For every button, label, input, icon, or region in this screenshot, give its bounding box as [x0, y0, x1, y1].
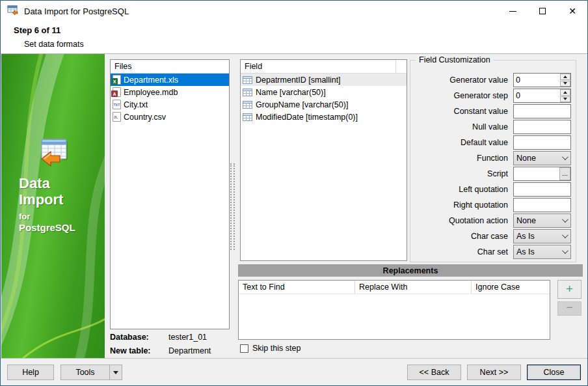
field-icon	[243, 89, 252, 96]
next-button[interactable]: Next >>	[467, 365, 521, 380]
field-panel: Field DepatrmentID [smallint] Name [varc…	[240, 59, 407, 261]
app-icon	[7, 5, 19, 18]
default-value-input[interactable]	[513, 135, 571, 150]
field-icon	[243, 76, 252, 84]
char-set-dropdown[interactable]: As Is	[513, 245, 571, 259]
footer-bar: Help Tools << Back Next >> Close	[1, 358, 587, 385]
field-label: GroupName [varchar(50)]	[256, 100, 348, 109]
replacements-table[interactable]: Text to Find Replace With Ignore Case	[238, 280, 550, 340]
access-file-icon: A	[113, 87, 121, 97]
maximize-icon	[539, 8, 546, 14]
function-label: Function	[410, 154, 508, 163]
null-value-input[interactable]	[513, 120, 571, 134]
char-case-value: As Is	[516, 232, 535, 241]
left-quotation-label: Left quotation	[410, 185, 508, 194]
brand-line-1: Data	[19, 175, 75, 191]
file-name: Employee.mdb	[124, 88, 178, 97]
file-item-country-csv[interactable]: a, Country.csv	[111, 111, 229, 123]
quotation-action-label: Quotation action	[410, 216, 508, 225]
char-set-label: Char set	[410, 247, 508, 256]
new-table-label: New table:	[110, 346, 168, 355]
column-ignore-case[interactable]: Ignore Case	[472, 281, 550, 294]
step-header: Step 6 of 11 Set data formats	[1, 21, 587, 54]
generator-value-label: Generator value	[410, 76, 508, 85]
close-button[interactable]: ✕	[557, 1, 587, 21]
constant-value-label: Constant value	[410, 107, 508, 116]
char-case-dropdown[interactable]: As Is	[513, 229, 571, 243]
file-name: City.txt	[124, 100, 148, 109]
database-value: tester1_01	[168, 333, 207, 342]
maximize-button[interactable]	[528, 1, 557, 21]
default-value-label: Default value	[410, 138, 508, 147]
script-label: Script	[410, 169, 508, 178]
triangle-down-icon	[113, 371, 118, 374]
field-label: Name [varchar(50)]	[256, 88, 326, 97]
script-browse-button[interactable]: ...	[559, 167, 570, 180]
field-item-name[interactable]: Name [varchar(50)]	[241, 86, 407, 98]
skip-step-checkbox[interactable]	[240, 344, 248, 353]
window-title: Data Import for PostgreSQL	[24, 7, 129, 16]
wizard-window: Data Import for PostgreSQL ✕ Step 6 of 1…	[0, 0, 588, 386]
excel-file-icon: X	[113, 75, 121, 85]
file-item-department-xls[interactable]: X Department.xls	[111, 74, 229, 86]
file-name: Country.csv	[124, 113, 166, 122]
csv-file-icon: a,	[113, 112, 121, 122]
field-label: ModifiedDate [timestamp(0)]	[256, 113, 358, 122]
minimize-button[interactable]	[498, 1, 528, 21]
file-item-employee-mdb[interactable]: A Employee.mdb	[111, 86, 229, 98]
spin-down-icon[interactable]	[560, 96, 570, 103]
left-quotation-input[interactable]	[513, 182, 571, 197]
skip-step-label: Skip this step	[252, 344, 301, 353]
text-file-icon: TXT	[113, 100, 121, 109]
file-item-city-txt[interactable]: TXT City.txt	[111, 98, 229, 111]
null-value-label: Null value	[410, 122, 508, 131]
brand-line-4: PostgreSQL	[19, 222, 75, 233]
brand-line-3: for	[19, 212, 75, 222]
title-bar: Data Import for PostgreSQL ✕	[1, 1, 587, 21]
generator-step-label: Generator step	[410, 91, 508, 100]
back-button[interactable]: << Back	[407, 365, 461, 380]
spin-up-icon[interactable]	[560, 89, 570, 96]
panel-splitter[interactable]	[230, 163, 235, 250]
constant-value-input[interactable]	[513, 104, 571, 118]
field-label: DepatrmentID [smallint]	[256, 76, 341, 85]
file-name: Department.xls	[124, 76, 178, 85]
skip-step-row: Skip this step	[240, 344, 301, 353]
field-customization-group: Field Customization Generator value Gene…	[410, 60, 576, 262]
close-wizard-button[interactable]: Close	[527, 365, 581, 380]
field-column-header[interactable]: Field	[241, 60, 407, 74]
close-icon: ✕	[568, 7, 576, 16]
new-table-value: Department	[168, 346, 211, 355]
database-label: Database:	[110, 333, 168, 342]
spin-down-icon[interactable]	[560, 81, 570, 87]
add-replacement-button[interactable]: +	[557, 280, 581, 299]
field-item-groupname[interactable]: GroupName [varchar(50)]	[241, 98, 407, 111]
replacements-title: Replacements	[383, 266, 438, 275]
tools-button[interactable]: Tools	[60, 365, 122, 380]
brand-line-2: Import	[19, 191, 75, 208]
files-header: Files	[111, 60, 229, 74]
field-icon	[243, 101, 252, 109]
remove-replacement-button[interactable]: −	[557, 301, 581, 316]
quotation-action-dropdown[interactable]: None	[513, 214, 571, 228]
char-case-label: Char case	[410, 232, 508, 241]
tools-label: Tools	[61, 365, 109, 379]
spin-up-icon[interactable]	[560, 74, 570, 80]
function-dropdown[interactable]: None	[513, 151, 571, 165]
right-quotation-label: Right quotation	[410, 200, 508, 210]
sidebar-banner: Data Import for PostgreSQL	[1, 54, 105, 359]
field-icon	[243, 113, 252, 121]
sidebar-logo-icon	[38, 137, 70, 171]
tools-menu-arrow[interactable]	[109, 365, 122, 379]
files-panel: Files X Department.xls A Employee.mdb TX…	[110, 59, 230, 329]
group-title: Field Customization	[416, 55, 494, 64]
field-item-modifieddate[interactable]: ModifiedDate [timestamp(0)]	[241, 111, 407, 123]
replacements-bar: Replacements	[238, 264, 583, 277]
field-item-departmentid[interactable]: DepatrmentID [smallint]	[241, 74, 407, 86]
column-replace-with[interactable]: Replace With	[355, 281, 472, 294]
right-quotation-input[interactable]	[513, 198, 571, 212]
step-subtitle: Set data formats	[24, 40, 84, 49]
column-text-to-find[interactable]: Text to Find	[239, 281, 355, 294]
help-button[interactable]: Help	[7, 365, 54, 380]
step-title: Step 6 of 11	[14, 25, 60, 35]
